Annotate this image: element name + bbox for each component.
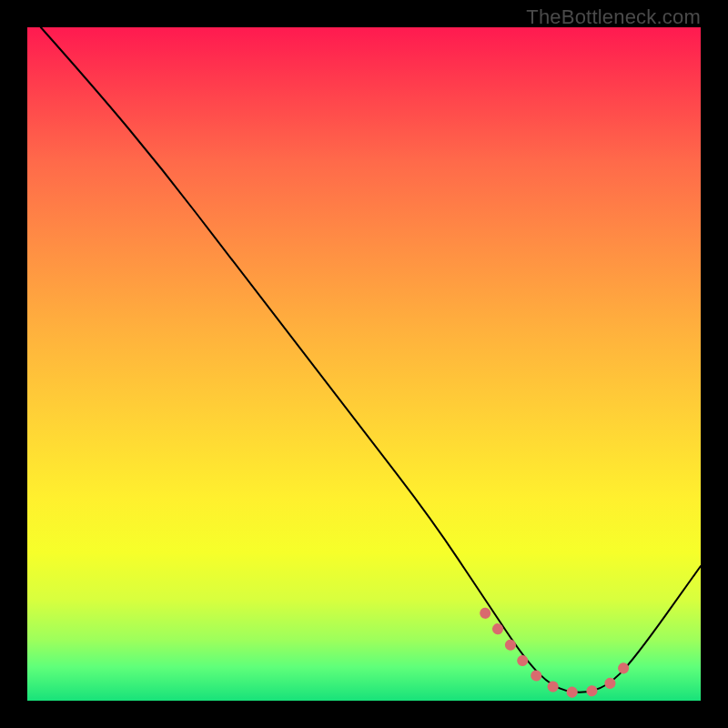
- optimal-band-dots: [485, 613, 633, 693]
- plot-area: [27, 27, 701, 701]
- bottleneck-curve-line: [41, 27, 701, 693]
- chart-svg: [27, 27, 701, 701]
- attribution-text: TheBottleneck.com: [526, 5, 701, 29]
- chart-frame: TheBottleneck.com: [0, 0, 728, 728]
